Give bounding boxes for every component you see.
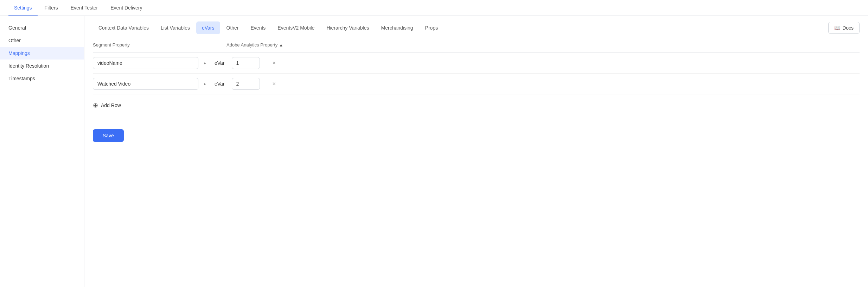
tab-filters[interactable]: Filters [39, 0, 64, 15]
segment-property-input-2[interactable] [93, 78, 198, 90]
evar-label-2: eVar [215, 81, 225, 87]
main-layout: General Other Mappings Identity Resoluti… [0, 16, 868, 287]
tab-list-variables[interactable]: List Variables [155, 21, 196, 34]
arrow-icon-1: ▸ [204, 61, 206, 65]
sidebar-item-identity-resolution[interactable]: Identity Resolution [0, 60, 84, 72]
evar-num-input-1[interactable] [232, 57, 260, 69]
tab-merchandising[interactable]: Merchandising [376, 21, 419, 34]
tab-eventsv2-mobile[interactable]: EventsV2 Mobile [272, 21, 320, 34]
remove-row-button-2[interactable]: × [270, 79, 279, 88]
sidebar-item-other[interactable]: Other [0, 34, 84, 47]
var-tabs-bar: Context Data Variables List Variables eV… [84, 16, 868, 37]
table-row: ▸ eVar × [93, 74, 860, 94]
remove-row-button-1[interactable]: × [270, 58, 279, 68]
tab-hierarchy-variables[interactable]: Hierarchy Variables [321, 21, 375, 34]
table-header: Segment Property Adobe Analytics Propert… [93, 37, 860, 53]
segment-property-header: Segment Property [93, 42, 226, 48]
tab-settings[interactable]: Settings [8, 0, 38, 15]
save-section: Save [84, 122, 868, 149]
adobe-property-header: Adobe Analytics Property ▲ [226, 42, 860, 48]
evar-label-1: eVar [215, 60, 225, 66]
tab-event-delivery[interactable]: Event Delivery [105, 0, 148, 15]
add-circle-icon: ⊕ [93, 101, 98, 109]
tab-events[interactable]: Events [245, 21, 272, 34]
tab-props[interactable]: Props [420, 21, 444, 34]
content-area: Context Data Variables List Variables eV… [84, 16, 868, 287]
tab-other[interactable]: Other [221, 21, 244, 34]
tab-event-tester[interactable]: Event Tester [65, 0, 104, 15]
docs-label: Docs [842, 25, 854, 31]
add-row-area: ⊕ Add Row [93, 94, 860, 116]
table-row: ▸ eVar × [93, 53, 860, 74]
sort-up-icon[interactable]: ▲ [279, 43, 283, 48]
sidebar-item-timestamps[interactable]: Timestamps [0, 72, 84, 85]
segment-property-input-1[interactable] [93, 57, 198, 69]
table-area: Segment Property Adobe Analytics Propert… [84, 37, 868, 116]
book-open-icon: 📖 [834, 25, 840, 31]
arrow-icon-2: ▸ [204, 81, 206, 86]
app-container: Settings Filters Event Tester Event Deli… [0, 0, 868, 287]
add-row-label: Add Row [101, 102, 121, 108]
tab-context-data-variables[interactable]: Context Data Variables [93, 21, 154, 34]
top-nav: Settings Filters Event Tester Event Deli… [0, 0, 868, 16]
sidebar-item-mappings[interactable]: Mappings [0, 47, 84, 60]
sidebar: General Other Mappings Identity Resoluti… [0, 16, 84, 287]
add-row-button[interactable]: ⊕ Add Row [93, 100, 121, 111]
sidebar-item-general[interactable]: General [0, 21, 84, 34]
save-button[interactable]: Save [93, 129, 124, 142]
docs-button[interactable]: 📖 Docs [828, 22, 860, 34]
evar-num-input-2[interactable] [232, 78, 260, 90]
tab-evars[interactable]: eVars [196, 21, 220, 34]
adobe-property-label: Adobe Analytics Property [226, 42, 277, 48]
